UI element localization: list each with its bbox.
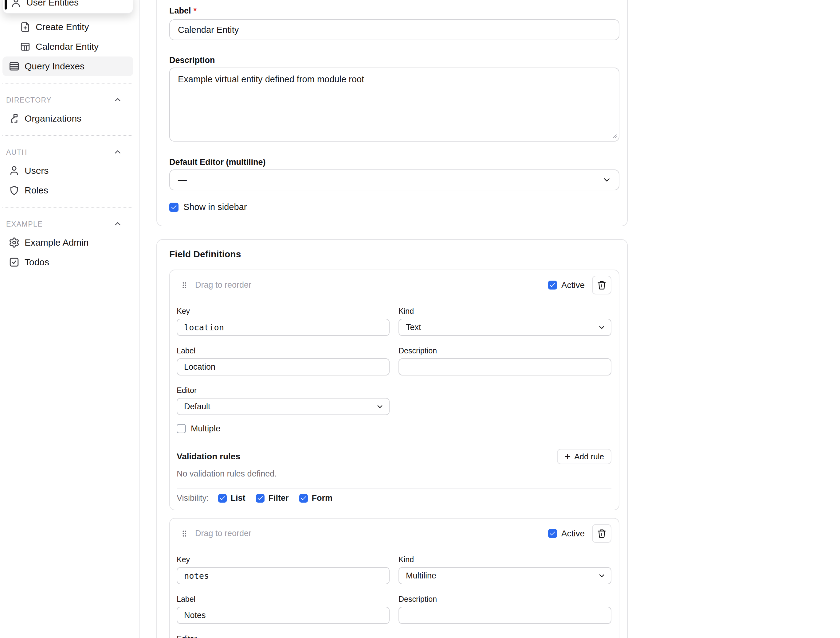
- drag-label: Drag to reorder: [195, 280, 252, 290]
- sidebar-section-auth[interactable]: AUTH: [2, 144, 133, 161]
- default-editor-label: Default Editor (multiline): [169, 158, 619, 167]
- sidebar-item-label: Todos: [25, 257, 49, 267]
- user-icon: [10, 0, 22, 8]
- editor-label: Editor: [177, 386, 389, 395]
- select-value: —: [178, 175, 187, 185]
- grip-dots-icon: [180, 281, 188, 289]
- chevron-down-icon: [598, 572, 606, 580]
- active-row: Active: [548, 280, 585, 290]
- user-icon: [9, 165, 20, 176]
- key-input[interactable]: [177, 319, 389, 336]
- field-definitions-card: Field Definitions Drag to reorder: [157, 239, 628, 638]
- drag-label: Drag to reorder: [195, 529, 252, 538]
- drag-handle[interactable]: Drag to reorder: [177, 529, 252, 538]
- visibility-label: Visibility:: [177, 493, 209, 503]
- default-editor-select[interactable]: —: [169, 169, 619, 190]
- key-label: Key: [177, 307, 389, 316]
- delete-field-button[interactable]: [592, 524, 611, 543]
- checkbox-label: Show in sidebar: [184, 202, 247, 212]
- checkbox-label: List: [231, 493, 245, 503]
- description-textarea[interactable]: Example virtual entity defined from modu…: [169, 68, 619, 142]
- active-checkbox[interactable]: [548, 529, 557, 538]
- gear-icon: [9, 237, 20, 248]
- check-icon: [549, 530, 556, 537]
- sidebar: User Entities Create Entity Calendar Ent…: [0, 0, 140, 638]
- chevron-up-icon[interactable]: [113, 220, 122, 229]
- sidebar-item-label: Roles: [25, 185, 48, 196]
- select-value: Default: [184, 402, 210, 411]
- sidebar-item-query-indexes[interactable]: Query Indexes: [2, 57, 133, 76]
- section-title: AUTH: [6, 148, 27, 156]
- filter-checkbox[interactable]: [256, 494, 264, 502]
- kind-select[interactable]: Multiline: [399, 567, 611, 584]
- sidebar-item-users[interactable]: Users: [2, 161, 133, 180]
- sidebar-divider: [2, 135, 133, 136]
- validation-rules-title: Validation rules: [177, 452, 240, 461]
- description-label: Description: [399, 346, 611, 355]
- sidebar-item-label: Example Admin: [25, 237, 89, 248]
- drag-handle[interactable]: Drag to reorder: [177, 280, 252, 290]
- sidebar-item-label: User Entities: [27, 0, 79, 8]
- divider: [177, 488, 611, 488]
- shield-icon: [9, 185, 20, 196]
- checkbox-label: Multiple: [191, 424, 220, 434]
- chevron-up-icon[interactable]: [113, 95, 122, 105]
- label-label: Label: [177, 595, 389, 603]
- field-row-header: Drag to reorder Active: [177, 524, 611, 543]
- check-icon: [257, 495, 264, 502]
- field-label-input[interactable]: [177, 607, 389, 624]
- grip-dots-icon: [180, 530, 188, 538]
- list-checkbox[interactable]: [218, 494, 227, 502]
- visibility-row: Visibility: List Filter Form: [177, 493, 611, 503]
- description-textarea-wrap: Example virtual entity defined from modu…: [169, 68, 619, 142]
- resize-handle-icon[interactable]: [610, 131, 617, 139]
- square-check-icon: [9, 257, 20, 268]
- sidebar-section-directory[interactable]: DIRECTORY: [2, 92, 133, 109]
- checkbox-label: Form: [312, 493, 333, 503]
- field-definition-row: Drag to reorder Active: [169, 518, 619, 638]
- field-definition-row: Drag to reorder Active: [169, 270, 619, 510]
- field-label-input[interactable]: [177, 358, 389, 376]
- chevron-up-icon[interactable]: [113, 148, 122, 157]
- select-value: Multiline: [406, 571, 436, 581]
- check-icon: [549, 282, 556, 289]
- sidebar-item-roles[interactable]: Roles: [2, 180, 133, 200]
- field-description-input[interactable]: [399, 607, 611, 624]
- editor-select[interactable]: Default: [177, 398, 389, 415]
- visibility-option-form: Form: [299, 493, 333, 503]
- check-icon: [171, 204, 177, 211]
- active-checkbox[interactable]: [548, 281, 557, 289]
- file-plus-icon: [20, 22, 31, 33]
- field-definitions-title: Field Definitions: [169, 249, 619, 259]
- checkbox-label: Active: [562, 529, 585, 539]
- kind-select[interactable]: Text: [399, 319, 611, 336]
- sidebar-item-calendar-entity[interactable]: Calendar Entity: [2, 37, 133, 57]
- sidebar-item-label: Calendar Entity: [36, 41, 99, 52]
- label-input[interactable]: [169, 19, 619, 40]
- section-title: DIRECTORY: [6, 96, 52, 104]
- active-indicator-bar: [5, 0, 7, 9]
- sidebar-section-example[interactable]: EXAMPLE: [2, 216, 133, 233]
- show-in-sidebar-checkbox[interactable]: [169, 203, 179, 212]
- editor-label: Editor: [177, 634, 389, 638]
- description-field-label: Description: [169, 55, 619, 65]
- multiple-checkbox[interactable]: [177, 424, 186, 433]
- show-in-sidebar-row: Show in sidebar: [169, 202, 619, 212]
- sidebar-item-user-entities[interactable]: User Entities: [2, 0, 133, 14]
- check-icon: [219, 495, 226, 502]
- sidebar-divider: [2, 207, 133, 208]
- key-input[interactable]: [177, 567, 389, 584]
- add-rule-button[interactable]: + Add rule: [557, 449, 611, 464]
- field-description-input[interactable]: [399, 358, 611, 376]
- delete-field-button[interactable]: [592, 276, 611, 294]
- form-checkbox[interactable]: [299, 494, 308, 502]
- sidebar-item-create-entity[interactable]: Create Entity: [2, 17, 133, 37]
- key-label: Key: [177, 555, 389, 564]
- kind-label: Kind: [399, 307, 611, 316]
- sidebar-item-example-admin[interactable]: Example Admin: [2, 233, 133, 253]
- multiple-row: Multiple: [177, 424, 611, 434]
- sidebar-item-todos[interactable]: Todos: [2, 253, 133, 272]
- add-rule-label: Add rule: [574, 452, 604, 461]
- sidebar-item-organizations[interactable]: Organizations: [2, 109, 133, 128]
- sidebar-item-label: Users: [25, 166, 49, 176]
